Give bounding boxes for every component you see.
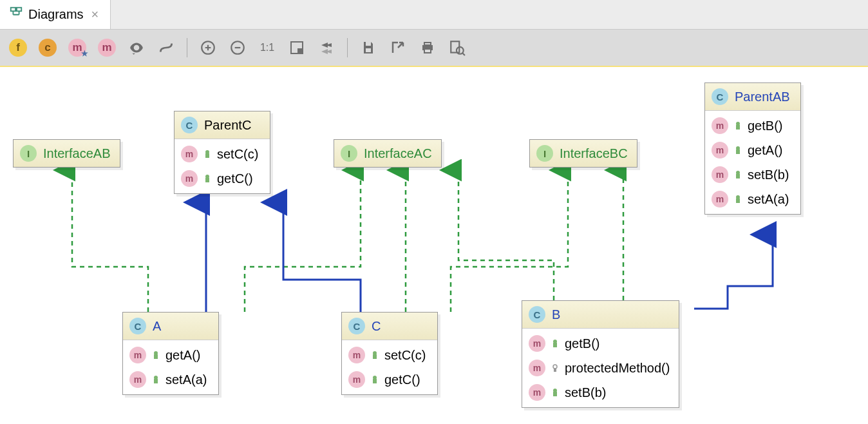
tab-bar: Diagrams × — [0, 0, 868, 30]
method-icon: m — [712, 142, 728, 159]
svg-rect-1 — [17, 8, 21, 12]
method-row: m protectedMethod() — [522, 356, 679, 380]
class-name: ParentAB — [735, 90, 790, 104]
svg-rect-22 — [736, 174, 740, 178]
class-c[interactable]: C C m setC(c) m getC() — [341, 312, 438, 395]
toolbar: f c m★ m 1:1 — [0, 30, 868, 67]
method-icon: m — [348, 347, 365, 363]
class-interfaceac[interactable]: I InterfaceAC — [334, 139, 442, 168]
toolbar-filter-methods-starred[interactable]: m★ — [66, 36, 89, 59]
toolbar-filter-constructors[interactable]: c — [36, 36, 59, 59]
class-name: InterfaceAB — [43, 146, 111, 161]
svg-rect-5 — [298, 49, 301, 52]
diagrams-tab-icon — [9, 6, 23, 23]
svg-rect-0 — [11, 8, 15, 12]
class-name: InterfaceAC — [364, 146, 432, 161]
toolbar-separator — [187, 38, 187, 57]
svg-rect-36 — [554, 369, 556, 372]
svg-rect-32 — [373, 379, 377, 383]
public-icon — [203, 149, 212, 159]
method-row: m setA(a) — [705, 187, 800, 211]
class-a[interactable]: C A m getA() m setA(a) — [122, 312, 219, 395]
method-icon: m — [129, 347, 146, 363]
public-icon — [733, 170, 742, 179]
svg-rect-10 — [424, 49, 431, 53]
toolbar-layout[interactable] — [315, 36, 338, 59]
public-icon — [551, 339, 560, 348]
class-name: ParentC — [204, 118, 251, 133]
svg-rect-30 — [373, 354, 377, 359]
svg-rect-16 — [205, 178, 209, 182]
method-icon: m — [181, 170, 198, 187]
tab-diagrams[interactable]: Diagrams × — [0, 0, 111, 29]
svg-rect-6 — [366, 42, 371, 46]
toolbar-zoom-out[interactable] — [226, 36, 249, 59]
svg-point-35 — [553, 365, 557, 369]
class-parentab[interactable]: C ParentAB m getB() m getA() m setB(b) m — [704, 82, 801, 215]
method-icon: m — [529, 335, 545, 352]
toolbar-save[interactable] — [357, 36, 380, 59]
class-interfaceab[interactable]: I InterfaceAB — [13, 139, 120, 168]
svg-rect-7 — [366, 48, 371, 52]
method-icon: m — [712, 117, 728, 134]
toolbar-print[interactable] — [416, 36, 439, 59]
public-icon — [151, 375, 160, 384]
class-icon: C — [529, 306, 545, 323]
public-icon — [370, 375, 379, 384]
method-row: m setB(b) — [705, 162, 800, 187]
toolbar-filter-methods[interactable]: m — [95, 36, 118, 59]
svg-point-12 — [457, 47, 464, 54]
class-parentc[interactable]: C ParentC m setC(c) m getC() — [174, 111, 270, 194]
method-icon: m — [529, 384, 545, 401]
method-icon: m — [129, 371, 146, 388]
class-name: C — [372, 319, 381, 334]
toolbar-separator-2 — [347, 38, 348, 57]
class-interfacebc[interactable]: I InterfaceBC — [529, 139, 637, 168]
toolbar-edge-style[interactable] — [155, 36, 178, 59]
public-icon — [733, 146, 742, 155]
public-icon — [151, 351, 160, 360]
method-row: m getB() — [705, 113, 800, 138]
public-icon — [551, 388, 560, 397]
svg-rect-20 — [736, 149, 740, 154]
toolbar-export[interactable] — [386, 36, 410, 59]
toolbar-preview[interactable] — [446, 36, 469, 59]
class-name: InterfaceBC — [560, 146, 628, 161]
public-icon — [203, 174, 212, 183]
toolbar-visibility[interactable] — [125, 36, 148, 59]
svg-rect-24 — [736, 198, 740, 203]
class-icon: C — [712, 88, 728, 105]
method-icon: m — [712, 191, 728, 207]
svg-rect-28 — [154, 379, 158, 383]
class-b[interactable]: C B m getB() m protectedMethod() m setB(… — [522, 300, 679, 408]
protected-icon — [551, 363, 560, 372]
interface-icon: I — [20, 145, 37, 162]
svg-rect-14 — [205, 153, 209, 158]
method-row: m setB(b) — [522, 380, 679, 405]
method-icon: m — [348, 371, 365, 388]
toolbar-zoom-in[interactable] — [196, 36, 220, 59]
method-row: m getC() — [342, 367, 437, 392]
toolbar-fit[interactable] — [285, 36, 308, 59]
class-name: A — [153, 319, 161, 334]
class-icon: C — [181, 117, 198, 133]
class-name: B — [552, 307, 560, 322]
method-icon: m — [181, 146, 198, 162]
method-row: m getB() — [522, 331, 679, 356]
svg-rect-34 — [553, 343, 557, 347]
public-icon — [733, 121, 742, 130]
method-row: m getC() — [175, 166, 270, 191]
method-icon: m — [712, 166, 728, 183]
class-icon: C — [129, 318, 146, 334]
class-icon: C — [348, 318, 365, 334]
diagram-canvas[interactable]: I InterfaceAB C ParentC m setC(c) m getC… — [0, 67, 868, 424]
close-tab-icon[interactable]: × — [89, 7, 102, 22]
svg-rect-18 — [736, 125, 740, 130]
tab-label: Diagrams — [28, 7, 84, 22]
svg-rect-9 — [424, 43, 431, 45]
method-icon: m — [529, 360, 545, 376]
method-row: m setC(c) — [175, 142, 270, 166]
toolbar-zoom-11[interactable]: 1:1 — [256, 36, 279, 59]
toolbar-filter-fields[interactable]: f — [6, 36, 30, 59]
method-row: m setC(c) — [342, 343, 437, 367]
